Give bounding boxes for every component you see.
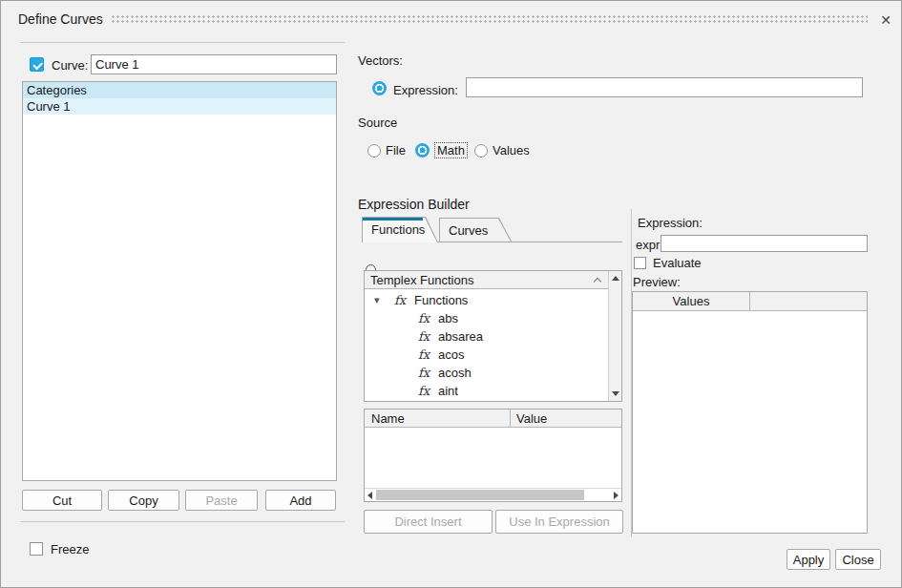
expression-panel-heading: Expression:	[638, 216, 703, 230]
curve-checkbox[interactable]	[30, 57, 44, 72]
curve-name-input[interactable]	[91, 54, 337, 74]
column-divider	[510, 410, 511, 428]
nv-col-name: Name	[371, 410, 405, 428]
fx-icon: fx	[394, 291, 406, 309]
apply-button[interactable]: Apply	[787, 549, 830, 570]
function-tree[interactable]: Templex Functions ▾ fx Functions fx abs …	[364, 270, 622, 402]
expression-builder-heading: Expression Builder	[358, 197, 470, 212]
tree-item-label: Functions	[414, 291, 468, 309]
nv-horizontal-scrollbar[interactable]	[365, 488, 621, 501]
drag-handle-dots[interactable]	[112, 15, 868, 24]
scroll-thumb[interactable]	[376, 490, 584, 500]
collapse-icon[interactable]	[594, 278, 601, 285]
tab-functions-label: Functions	[371, 222, 425, 237]
column-divider	[749, 292, 750, 311]
scroll-right-icon[interactable]	[614, 492, 619, 499]
curve-checkbox-label: Curve:	[52, 58, 88, 73]
tab-functions[interactable]: Functions	[362, 217, 438, 242]
values-radio-label: Values	[493, 143, 530, 158]
tab-curves-label: Curves	[449, 223, 488, 238]
curve-list[interactable]: Categories Curve 1	[22, 81, 337, 481]
tree-item-label: abs	[438, 309, 458, 327]
values-radio[interactable]	[474, 144, 488, 158]
tree-item-acosh[interactable]: fx acosh	[365, 364, 608, 382]
nv-table-header: Name Value	[365, 410, 621, 428]
dialog-title: Define Curves	[18, 11, 103, 27]
freeze-label: Freeze	[51, 542, 89, 556]
expr-label: expr:	[636, 238, 663, 252]
tree-item-absarea[interactable]: fx absarea	[365, 327, 608, 346]
vectors-label: Vectors:	[358, 53, 403, 68]
freeze-checkbox[interactable]	[30, 542, 43, 556]
source-label: Source	[358, 116, 397, 130]
expander-icon[interactable]: ▾	[374, 291, 380, 309]
tree-scrollbar[interactable]	[608, 271, 621, 401]
add-button[interactable]: Add	[265, 490, 336, 511]
tree-header[interactable]: Templex Functions	[365, 271, 608, 289]
use-in-expression-button[interactable]: Use In Expression	[495, 510, 623, 534]
tree-item-label: acos	[438, 346, 464, 364]
preview-table-header: Values	[633, 292, 867, 311]
tree-item-label: absarea	[438, 327, 483, 346]
tree-item-label: aint	[438, 382, 458, 400]
expression-radio[interactable]	[372, 81, 387, 95]
close-icon[interactable]: ✕	[874, 9, 897, 32]
define-curves-dialog: Define Curves ✕ Curve: Categories Curve …	[0, 0, 902, 588]
paste-button[interactable]: Paste	[185, 490, 258, 511]
math-radio[interactable]	[415, 143, 430, 158]
copy-button[interactable]: Copy	[108, 490, 179, 511]
evaluate-label: Evaluate	[653, 256, 702, 270]
fx-icon: fx	[418, 327, 430, 346]
direct-insert-button[interactable]: Direct Insert	[364, 510, 493, 534]
scroll-down-icon[interactable]	[612, 391, 619, 396]
tab-curves[interactable]: Curves	[439, 218, 512, 242]
evaluate-checkbox[interactable]	[634, 257, 646, 269]
list-item-curve1[interactable]: Curve 1	[23, 98, 336, 115]
nv-col-value: Value	[516, 410, 547, 428]
left-bottom-divider	[20, 521, 345, 522]
fx-icon: fx	[418, 346, 430, 364]
name-value-table[interactable]: Name Value	[364, 409, 622, 502]
cut-button[interactable]: Cut	[22, 490, 102, 511]
tree-item-abs[interactable]: fx abs	[365, 309, 608, 327]
left-top-divider	[20, 42, 345, 43]
tree-item-functions[interactable]: ▾ fx Functions	[365, 291, 608, 309]
tree-header-label: Templex Functions	[370, 273, 473, 287]
expression-input[interactable]	[466, 77, 863, 97]
expr-input[interactable]	[661, 235, 868, 252]
preview-label: Preview:	[633, 275, 681, 289]
tree-item-aint[interactable]: fx aint	[365, 382, 608, 400]
math-radio-label: Math	[435, 143, 467, 158]
fx-icon: fx	[418, 382, 430, 400]
list-item-categories[interactable]: Categories	[23, 82, 336, 98]
scroll-up-icon[interactable]	[612, 276, 619, 281]
tree-item-acos[interactable]: fx acos	[365, 346, 608, 364]
expression-radio-label: Expression:	[393, 83, 458, 97]
fx-icon: fx	[418, 364, 430, 382]
fx-icon: fx	[418, 309, 430, 327]
preview-table[interactable]: Values	[632, 291, 868, 534]
file-radio-label: File	[386, 143, 406, 158]
close-button[interactable]: Close	[835, 549, 881, 570]
file-radio[interactable]	[367, 144, 381, 158]
values-column-header: Values	[633, 292, 749, 311]
scroll-left-icon[interactable]	[367, 492, 372, 499]
tree-item-label: acosh	[438, 364, 472, 382]
